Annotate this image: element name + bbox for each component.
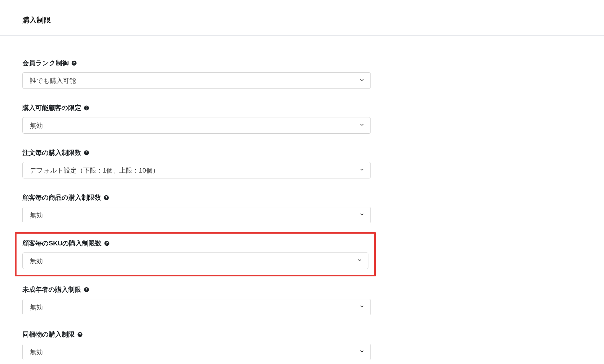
help-icon[interactable]: [84, 287, 89, 293]
label-eligible-customer-text: 購入可能顧客の限定: [22, 104, 81, 112]
label-per-customer-product-limit-text: 顧客毎の商品の購入制限数: [22, 193, 101, 202]
help-icon[interactable]: [71, 60, 77, 66]
form-group-member-rank: 会員ランク制御 誰でも購入可能: [22, 59, 371, 89]
select-per-customer-sku-limit[interactable]: 無効: [22, 252, 368, 269]
label-member-rank-text: 会員ランク制御: [22, 59, 69, 68]
help-icon[interactable]: [103, 195, 109, 201]
select-member-rank[interactable]: 誰でも購入可能: [22, 72, 371, 89]
form-group-bundled-restriction: 同梱物の購入制限 無効: [22, 330, 371, 360]
help-icon[interactable]: [104, 240, 110, 246]
form-group-eligible-customer: 購入可能顧客の限定 無効: [22, 104, 371, 134]
label-per-order-limit: 注文毎の購入制限数: [22, 148, 371, 157]
help-icon[interactable]: [84, 105, 89, 111]
select-wrap-per-order-limit: デフォルト設定（下限：1個、上限：10個）: [22, 162, 371, 178]
select-wrap-bundled-restriction: 無効: [22, 344, 371, 360]
label-minor-restriction: 未成年者の購入制限: [22, 285, 371, 294]
page: 購入制限 会員ランク制御 誰でも購入可能 購入可能顧客の限: [0, 0, 604, 360]
help-icon[interactable]: [84, 150, 89, 156]
select-wrap-member-rank: 誰でも購入可能: [22, 72, 371, 89]
select-per-order-limit[interactable]: デフォルト設定（下限：1個、上限：10個）: [22, 162, 371, 178]
label-per-customer-product-limit: 顧客毎の商品の購入制限数: [22, 193, 371, 202]
form-group-minor-restriction: 未成年者の購入制限 無効: [22, 285, 371, 315]
select-minor-restriction[interactable]: 無効: [22, 299, 371, 315]
select-wrap-per-customer-sku-limit: 無効: [22, 252, 368, 269]
label-per-customer-sku-limit-text: 顧客毎のSKUの購入制限数: [22, 239, 102, 248]
help-icon[interactable]: [77, 332, 83, 337]
select-per-customer-product-limit[interactable]: 無効: [22, 207, 371, 223]
label-bundled-restriction-text: 同梱物の購入制限: [22, 330, 75, 339]
section-title: 購入制限: [22, 15, 582, 25]
select-wrap-minor-restriction: 無効: [22, 299, 371, 315]
form-group-per-customer-product-limit: 顧客毎の商品の購入制限数 無効: [22, 193, 371, 223]
section-header: 購入制限: [0, 0, 604, 36]
form-body: 会員ランク制御 誰でも購入可能 購入可能顧客の限定: [0, 36, 604, 360]
label-per-customer-sku-limit: 顧客毎のSKUの購入制限数: [22, 239, 368, 248]
label-minor-restriction-text: 未成年者の購入制限: [22, 285, 81, 294]
label-member-rank: 会員ランク制御: [22, 59, 371, 68]
select-bundled-restriction[interactable]: 無効: [22, 344, 371, 360]
select-eligible-customer[interactable]: 無効: [22, 117, 371, 134]
label-per-order-limit-text: 注文毎の購入制限数: [22, 148, 81, 157]
label-eligible-customer: 購入可能顧客の限定: [22, 104, 371, 112]
select-wrap-eligible-customer: 無効: [22, 117, 371, 134]
form-group-per-order-limit: 注文毎の購入制限数 デフォルト設定（下限：1個、上限：10個）: [22, 148, 371, 178]
select-wrap-per-customer-product-limit: 無効: [22, 207, 371, 223]
label-bundled-restriction: 同梱物の購入制限: [22, 330, 371, 339]
form-group-per-customer-sku-limit: 顧客毎のSKUの購入制限数 無効: [15, 232, 376, 276]
